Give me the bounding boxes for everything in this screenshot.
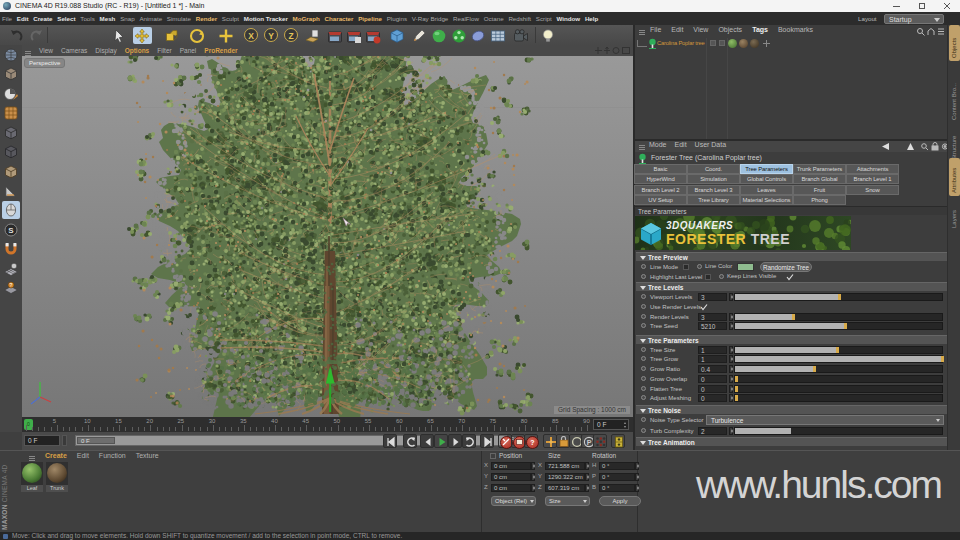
svg-text:?: ? (530, 439, 534, 446)
svg-text:?: ? (10, 282, 13, 288)
svg-text:P: P (586, 438, 591, 445)
svg-text:S: S (8, 226, 14, 235)
